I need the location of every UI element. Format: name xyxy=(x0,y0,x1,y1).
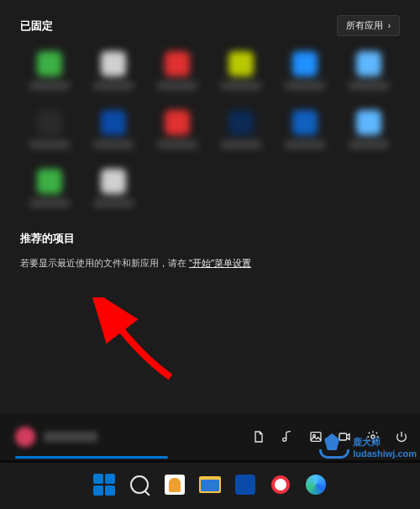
app-icon xyxy=(228,51,254,76)
recommended-hint: 若要显示最近使用的文件和新应用，请在 "开始"菜单设置 xyxy=(20,256,400,271)
app-label xyxy=(29,199,70,207)
recommended-title: 推荐的项目 xyxy=(20,231,400,246)
pinned-app-12[interactable] xyxy=(20,165,79,219)
app-icon xyxy=(356,51,381,76)
taskbar xyxy=(0,460,420,509)
user-account-button[interactable] xyxy=(15,427,97,447)
opera-icon[interactable] xyxy=(268,472,293,497)
app-label xyxy=(93,81,134,90)
svg-rect-1 xyxy=(311,433,321,442)
app-icon xyxy=(37,110,62,135)
pinned-app-13[interactable] xyxy=(84,165,143,219)
people-app-icon[interactable] xyxy=(162,472,187,497)
app-icon xyxy=(37,169,62,194)
app-label xyxy=(29,81,70,90)
pinned-app-11[interactable] xyxy=(339,107,398,160)
photo-icon[interactable] xyxy=(309,430,323,443)
pinned-app-10[interactable] xyxy=(276,107,334,160)
start-button[interactable] xyxy=(92,472,117,497)
app-label xyxy=(157,140,197,149)
app-icon xyxy=(292,110,318,135)
app-label xyxy=(285,81,325,90)
all-apps-button[interactable]: 所有应用 › xyxy=(337,15,400,36)
app-icon xyxy=(165,51,190,76)
app-icon xyxy=(292,51,318,76)
chevron-right-icon: › xyxy=(388,21,391,30)
app-label xyxy=(93,199,134,207)
pinned-section: 已固定 所有应用 › xyxy=(0,0,420,219)
app-label xyxy=(93,140,134,149)
app-icon xyxy=(37,51,62,76)
user-name xyxy=(44,432,97,442)
search-button[interactable] xyxy=(127,472,152,497)
edge-icon[interactable] xyxy=(303,472,328,497)
start-settings-link[interactable]: "开始"菜单设置 xyxy=(189,258,251,268)
app-label xyxy=(157,81,197,90)
svg-rect-3 xyxy=(339,433,347,440)
app-label xyxy=(349,140,389,149)
pinned-app-4[interactable] xyxy=(276,48,334,102)
svg-point-0 xyxy=(283,438,286,441)
settings-icon[interactable] xyxy=(366,430,380,443)
file-explorer-icon[interactable] xyxy=(197,472,223,497)
app-label xyxy=(221,81,261,90)
recommended-hint-prefix: 若要显示最近使用的文件和新应用，请在 xyxy=(20,258,189,268)
pinned-app-1[interactable] xyxy=(84,48,143,102)
document-icon[interactable] xyxy=(252,430,265,443)
pinned-app-0[interactable] xyxy=(20,48,79,102)
progress-indicator xyxy=(15,456,168,459)
video-icon[interactable] xyxy=(338,430,351,443)
pinned-title: 已固定 xyxy=(20,18,53,34)
app-label xyxy=(29,140,70,149)
app-icon xyxy=(228,110,254,135)
app-label xyxy=(349,81,389,90)
all-apps-label: 所有应用 xyxy=(346,19,383,32)
app-label xyxy=(285,140,325,149)
pinned-app-7[interactable] xyxy=(84,107,143,160)
pinned-app-3[interactable] xyxy=(212,48,270,102)
svg-point-4 xyxy=(371,435,375,438)
pinned-app-9[interactable] xyxy=(212,107,270,160)
app-icon xyxy=(101,110,126,135)
util-icons xyxy=(252,430,408,443)
app-label xyxy=(221,140,261,149)
pinned-app-5[interactable] xyxy=(339,48,398,102)
pinned-grid xyxy=(20,48,400,219)
start-menu-panel: 已固定 所有应用 › 推荐的项目 若要显示最近使用的文件和新应用，请在 "开始"… xyxy=(0,0,420,460)
pinned-app-6[interactable] xyxy=(20,107,79,160)
app-icon xyxy=(356,110,381,135)
music-icon[interactable] xyxy=(281,430,294,443)
app-icon xyxy=(165,110,190,135)
recommended-section: 推荐的项目 若要显示最近使用的文件和新应用，请在 "开始"菜单设置 xyxy=(0,219,420,271)
app-icon xyxy=(101,51,126,76)
microsoft-store-icon[interactable] xyxy=(233,472,258,497)
pinned-app-2[interactable] xyxy=(148,48,207,102)
avatar xyxy=(15,427,35,447)
pinned-app-8[interactable] xyxy=(148,107,207,160)
start-bottom-bar xyxy=(0,413,420,460)
taskbar-top-line xyxy=(0,460,420,463)
app-icon xyxy=(101,169,126,194)
power-icon[interactable] xyxy=(395,430,408,443)
